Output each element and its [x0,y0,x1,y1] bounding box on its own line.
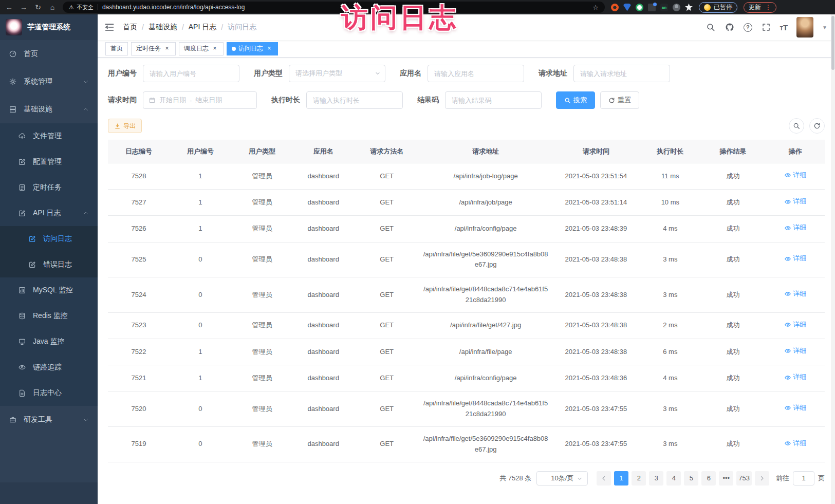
search-button[interactable]: 搜索 [556,91,595,109]
cell-time: 2021-05-03 23:48:36 [551,365,640,391]
detail-link[interactable]: 详细 [784,346,806,357]
warning-icon: ⚠ [69,4,74,11]
duration-input[interactable] [306,91,403,109]
security-warning[interactable]: ⚠ 不安全 [69,4,94,11]
close-icon[interactable]: × [266,45,273,52]
cell-url: /api/infra/config/page [420,216,552,242]
reset-button[interactable]: 重置 [600,91,639,109]
sidebar-item-trace[interactable]: 链路追踪 [0,354,98,380]
cell-user_id: 1 [170,190,231,216]
close-icon[interactable]: × [163,45,171,52]
chevron-up-icon [83,210,89,216]
cell-result: 成功 [700,190,766,216]
page-number-button[interactable]: 5 [684,471,698,486]
fullscreen-icon[interactable] [761,22,771,32]
detail-link[interactable]: 详细 [784,222,806,233]
font-size-icon[interactable]: TT [780,23,788,32]
next-page-button[interactable] [755,471,769,486]
more-pages-button[interactable]: ••• [719,471,733,486]
export-button[interactable]: 导出 [108,119,142,133]
extension-icon[interactable] [623,4,631,11]
reload-icon[interactable]: ↻ [34,4,42,11]
sidebar-item-java[interactable]: Java 监控 [0,329,98,354]
page-size-select[interactable]: 10条/页 [536,471,588,486]
page-number-button[interactable]: 3 [649,471,663,486]
field-label: 用户编号 [108,69,137,78]
tab-job[interactable]: 定时任务 × [131,42,176,55]
sidebar-item-error-log[interactable]: 错误日志 [0,252,98,277]
scrollbar-thumb[interactable] [831,16,834,70]
profile-paused-chip[interactable]: 已暂停 [699,2,737,13]
detail-link[interactable]: 详细 [784,438,806,449]
breadcrumb-item[interactable]: 首页 [123,23,137,32]
cell-result: 成功 [700,426,766,462]
detail-link[interactable]: 详细 [784,289,806,300]
detail-link[interactable]: 详细 [784,372,806,383]
breadcrumb-item[interactable]: 基础设施 [149,23,177,32]
home-icon[interactable]: ⌂ [48,4,57,11]
breadcrumb-item[interactable]: API 日志 [189,23,216,32]
sidebar-item-config[interactable]: 配置管理 [0,149,98,175]
sidebar-item-access-log[interactable]: 访问日志 [0,226,98,252]
sidebar-item-home[interactable]: 首页 [0,40,98,68]
cell-action: 详细 [766,216,825,242]
page-scrollbar[interactable] [831,14,835,504]
user-id-input[interactable] [143,65,239,82]
browser-menu-icon[interactable]: ⋮ [765,4,771,11]
goto-page-input[interactable] [793,471,814,486]
github-icon[interactable] [725,22,735,32]
close-icon[interactable]: × [211,45,218,52]
refresh-table-button[interactable] [809,118,825,134]
sidebar-item-infra[interactable]: 基础设施 [0,96,98,123]
sidebar-item-log-center[interactable]: 日志中心 [0,380,98,406]
user-avatar[interactable] [796,17,813,38]
sidebar-item-system[interactable]: 系统管理 [0,68,98,96]
bookmark-star-icon[interactable]: ☆ [592,4,599,11]
tab-job-log[interactable]: 调度日志 × [179,42,224,55]
extension-icon[interactable]: an [660,4,668,11]
page-number-button[interactable]: 6 [701,471,716,486]
back-arrow-icon[interactable]: ← [5,4,13,11]
detail-link[interactable]: 详细 [784,196,806,207]
user-type-select[interactable]: 请选择用户类型 [289,65,385,82]
detail-link[interactable]: 详细 [784,253,806,264]
table-row: 75281管理员dashboardGET/api/infra/job-log/p… [108,163,825,190]
caret-down-icon[interactable]: ▼ [822,25,827,30]
extension-icon[interactable] [673,4,680,11]
browser-update-button[interactable]: 更新 ⋮ [744,2,776,13]
sidebar-item-mysql[interactable]: MySQL 监控 [0,277,98,303]
detail-link[interactable]: 详细 [784,403,806,414]
page-number-button[interactable]: 1 [614,471,628,486]
prev-page-button[interactable] [597,471,611,486]
sidebar-item-redis[interactable]: Redis 监控 [0,303,98,329]
extension-icon[interactable] [685,4,693,11]
result-code-input[interactable] [445,91,542,109]
detail-link[interactable]: 详细 [784,170,806,181]
tab-home[interactable]: 首页 [105,42,128,55]
arrow-left-icon [601,475,607,481]
forward-arrow-icon[interactable]: → [20,4,28,11]
help-icon[interactable]: ? [744,23,752,32]
search-icon[interactable] [706,22,716,32]
app-logo[interactable]: 芋道管理系统 [0,14,98,40]
sidebar-item-dev-tools[interactable]: 研发工具 [0,406,98,434]
sidebar-toggle-icon[interactable] [104,22,115,32]
cell-duration: 4 ms [640,216,700,242]
sidebar-item-api-log[interactable]: API 日志 [0,200,98,226]
request-time-range-picker[interactable]: 开始日期 - 结束日期 [143,91,257,109]
page-number-button[interactable]: 753 [736,471,752,486]
sidebar-item-job[interactable]: 定时任务 [0,175,98,200]
toggle-search-button[interactable] [789,118,804,134]
extension-icon[interactable] [648,4,656,11]
extension-icon[interactable] [611,4,619,11]
page-number-button[interactable]: 4 [666,471,681,486]
request-url-input[interactable] [573,65,670,82]
app-name-input[interactable] [428,65,524,82]
page-number-button[interactable]: 2 [632,471,646,486]
address-bar[interactable]: ⚠ 不安全 dashboard.yudao.iocoder.cn/infra/l… [63,2,605,13]
eye-icon [18,363,26,371]
tab-access-log[interactable]: 访问日志 × [227,42,278,55]
detail-link[interactable]: 详细 [784,320,806,330]
extension-icon[interactable] [636,4,643,11]
sidebar-item-file[interactable]: 文件管理 [0,123,98,149]
